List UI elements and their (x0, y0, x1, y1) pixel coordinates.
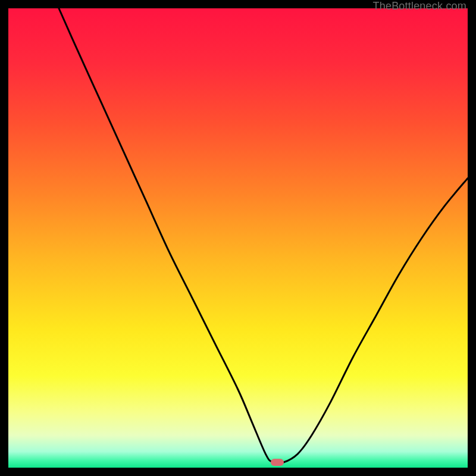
gradient-background (8, 8, 468, 468)
bottleneck-chart: TheBottleneck.com (0, 0, 476, 476)
svg-rect-0 (8, 8, 468, 468)
plot-area (8, 8, 468, 468)
optimal-marker (271, 459, 284, 466)
watermark-text: TheBottleneck.com (373, 0, 466, 12)
